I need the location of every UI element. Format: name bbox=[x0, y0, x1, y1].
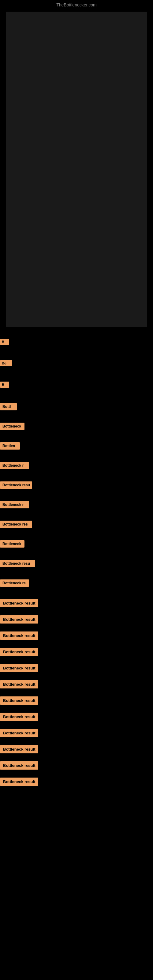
result-item: Bottleneck result bbox=[0, 663, 153, 673]
result-item: B bbox=[0, 381, 153, 390]
result-item: Bottleneck re bbox=[0, 579, 153, 589]
bottleneck-result-label: Bottleneck result bbox=[0, 599, 38, 607]
result-item: Bottleneck result bbox=[0, 696, 153, 705]
result-item: Bottleneck result bbox=[0, 712, 153, 722]
result-item: Bo bbox=[0, 360, 153, 368]
bottleneck-result-label: Bottleneck result bbox=[0, 632, 38, 640]
result-item: Bottlen bbox=[0, 442, 153, 452]
bottleneck-result-label: Bottleneck result bbox=[0, 680, 38, 689]
bottleneck-result-label: Bottleneck result bbox=[0, 745, 38, 753]
result-item: Bottleneck bbox=[0, 539, 153, 549]
results-section: B Bo B Bottl Bottleneck Bottlen Bottlene… bbox=[0, 333, 153, 791]
bottleneck-result-label: Bottleneck result bbox=[0, 713, 38, 721]
result-item: Bottleneck result bbox=[0, 745, 153, 754]
bottleneck-result-label: Bottleneck re bbox=[0, 579, 29, 587]
chart-inner bbox=[6, 12, 147, 327]
result-item: Bottleneck result bbox=[0, 679, 153, 689]
bottleneck-result-label: Bottlen bbox=[0, 442, 20, 450]
result-item: Bottleneck r bbox=[0, 500, 153, 510]
bottleneck-result-label: Bottleneck result bbox=[0, 778, 38, 786]
site-title: TheBottlenecker.com bbox=[0, 0, 153, 9]
result-item: Bottleneck result bbox=[0, 728, 153, 738]
result-item: Bottleneck result bbox=[0, 647, 153, 657]
result-item: Bottl bbox=[0, 402, 153, 412]
result-item: Bottleneck result bbox=[0, 777, 153, 786]
bottleneck-result-label: Bottleneck resu bbox=[0, 481, 32, 489]
bottleneck-result-label: Bottleneck r bbox=[0, 501, 29, 508]
site-title-container: TheBottlenecker.com bbox=[0, 0, 153, 9]
bottleneck-result-label: Bottl bbox=[0, 403, 17, 410]
bottleneck-result-label: Bottleneck result bbox=[0, 615, 38, 624]
result-item: Bottleneck result bbox=[0, 615, 153, 624]
bottleneck-result-label: Bottleneck resu bbox=[0, 560, 35, 567]
result-item: Bottleneck r bbox=[0, 461, 153, 471]
bottleneck-result-label: Bottleneck r bbox=[0, 462, 29, 469]
bottleneck-result-label: Bo bbox=[0, 360, 12, 366]
result-item: Bottleneck resu bbox=[0, 481, 153, 491]
result-item: Bottleneck resu bbox=[0, 559, 153, 569]
bottleneck-result-label: Bottleneck result bbox=[0, 648, 38, 656]
result-item: Bottleneck result bbox=[0, 631, 153, 640]
result-item: Bottleneck result bbox=[0, 761, 153, 770]
bottleneck-result-label: Bottleneck result bbox=[0, 761, 38, 770]
result-item: Bottleneck bbox=[0, 422, 153, 432]
bottleneck-result-label: Bottleneck result bbox=[0, 729, 38, 737]
bottleneck-result-label: Bottleneck bbox=[0, 540, 24, 547]
bottleneck-result-label: Bottleneck result bbox=[0, 664, 38, 672]
bottleneck-result-label: Bottleneck result bbox=[0, 697, 38, 705]
chart-area bbox=[0, 12, 153, 333]
result-item: B bbox=[0, 338, 153, 347]
bottleneck-result-label: Bottleneck bbox=[0, 423, 24, 430]
result-item: Bottleneck res bbox=[0, 520, 153, 530]
bottleneck-result-label: Bottleneck res bbox=[0, 520, 32, 528]
bottleneck-result-label: B bbox=[0, 339, 9, 345]
bottleneck-result-label: B bbox=[0, 382, 9, 388]
result-item: Bottleneck result bbox=[0, 598, 153, 608]
